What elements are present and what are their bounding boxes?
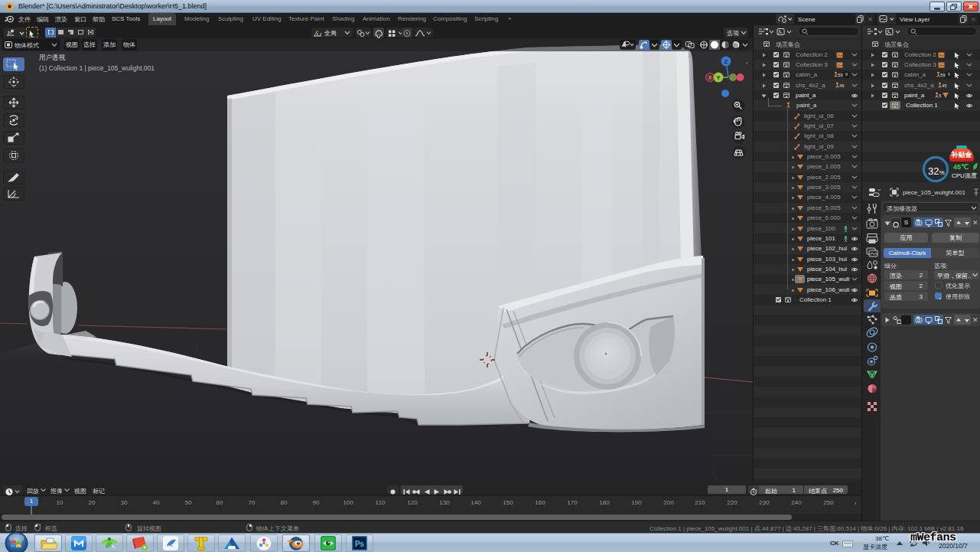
svg-text:X: X <box>708 74 711 81</box>
svg-text:Z: Z <box>724 58 728 65</box>
svg-text:Ps: Ps <box>355 540 365 548</box>
svg-text:Y: Y <box>716 74 721 81</box>
